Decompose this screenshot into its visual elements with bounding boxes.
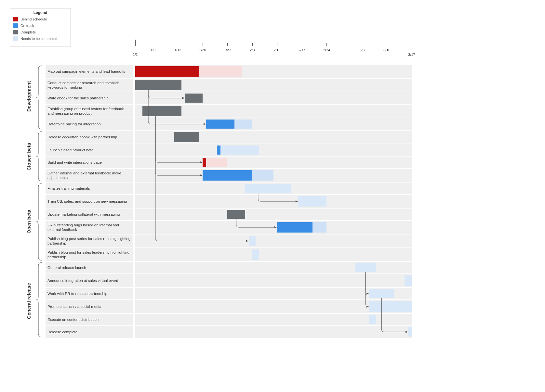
task-label: Determine pricing for integration [46, 118, 133, 130]
task-bar[interactable] [206, 120, 234, 129]
task-label: Fix outstanding bugs based on internal a… [46, 221, 133, 234]
task-bar[interactable] [227, 210, 245, 219]
task-row: Promote launch via social media [46, 300, 412, 313]
axis-tick [178, 43, 178, 46]
task-bar[interactable] [277, 222, 312, 233]
task-label: Update marketing collateral with messagi… [46, 209, 133, 220]
axis-tick-label: 3/17 [408, 53, 415, 57]
task-bar-area [135, 144, 412, 156]
task-label: Launch closed product beta [46, 144, 133, 156]
axis-tick [277, 43, 277, 46]
task-bar[interactable] [174, 132, 199, 142]
task-label: Establish group of trusted testers for f… [46, 105, 133, 118]
task-row: Publish blog post for sales leadership h… [46, 248, 412, 261]
task-bar-area [135, 92, 412, 104]
task-label: General release launch [46, 262, 133, 273]
phase-brace [36, 131, 43, 182]
phase-label: General release [26, 283, 32, 319]
task-bar[interactable] [203, 170, 252, 181]
task-row: Launch closed product beta [46, 144, 412, 156]
axis-tick [362, 43, 362, 46]
task-bar[interactable] [355, 263, 376, 272]
task-bar[interactable] [249, 236, 256, 246]
task-bar[interactable] [135, 66, 199, 77]
task-row: Publish blog post series for sales reps … [46, 234, 412, 247]
axis-tick-label: 3/3 [360, 48, 365, 52]
phase-brace [36, 262, 43, 338]
task-bar-area [135, 105, 412, 118]
axis-tick [227, 43, 228, 46]
task-bar-area [135, 131, 412, 144]
axis-tick [203, 43, 203, 46]
legend-swatch [13, 17, 18, 21]
task-label: Promote launch via social media [46, 300, 133, 313]
axis-tick-label: 2/3 [250, 48, 255, 52]
task-bar[interactable] [135, 80, 181, 90]
task-label: Write ebook for the sales partnership [46, 92, 133, 104]
task-bar[interactable] [185, 94, 203, 103]
task-bar-area [135, 234, 412, 247]
task-row: Release complete [46, 326, 412, 338]
task-bar-area [135, 79, 412, 92]
task-bar[interactable] [408, 327, 412, 336]
task-bar[interactable] [369, 301, 412, 312]
phase-brace [36, 65, 43, 130]
task-label: Publish blog post for sales leadership h… [46, 248, 133, 261]
task-bar[interactable] [234, 120, 252, 129]
task-bar-area [135, 169, 412, 182]
axis-tick-label: 3/10 [383, 48, 390, 52]
legend-swatch [13, 36, 18, 41]
axis-tick [387, 43, 387, 46]
legend-item: Complete [13, 30, 68, 34]
task-bar-area [135, 314, 412, 325]
axis-tick-label: 1/6 [151, 48, 155, 52]
task-bar[interactable] [203, 158, 206, 167]
task-row: Build and write integrations page [46, 157, 412, 168]
task-row: Determine pricing for integration [46, 118, 412, 130]
task-bar[interactable] [369, 289, 394, 298]
task-bar[interactable] [405, 275, 412, 286]
legend-item: Behind schedule [13, 17, 68, 21]
legend-label: Behind schedule [20, 17, 47, 21]
task-bar[interactable] [217, 145, 220, 155]
task-bar-area [135, 248, 412, 261]
axis-tick-label: 2/24 [323, 48, 330, 52]
task-bar[interactable] [142, 106, 181, 116]
phase-brace [36, 183, 43, 261]
task-row: Train CS, sales, and support on new mess… [46, 195, 412, 208]
legend-swatch [13, 23, 18, 28]
task-bar-area [135, 326, 412, 338]
legend-item: On track [13, 23, 68, 28]
task-bar[interactable] [245, 184, 291, 193]
task-row: Release co-written ebook with partnershi… [46, 131, 412, 144]
legend-label: Needs to be completed [20, 37, 57, 41]
axis-tick [412, 40, 412, 46]
axis-tick-label: 2/10 [273, 48, 280, 52]
task-row: Execute on content distribution [46, 314, 412, 325]
axis-line [135, 43, 412, 43]
task-bar[interactable] [312, 222, 327, 233]
task-bar[interactable] [252, 249, 259, 260]
task-label: Build and write integrations page [46, 157, 133, 168]
task-bar-area [135, 288, 412, 299]
axis-tick-label: 1/27 [224, 48, 231, 52]
task-row: Map out campagin elements and lead hando… [46, 65, 412, 78]
axis-tick [302, 43, 302, 46]
task-bar-area [135, 183, 412, 194]
phase-label: Development [26, 81, 32, 112]
timeline-axis: 1/11/61/131/201/272/32/102/172/243/33/10… [135, 38, 412, 58]
task-label: Announce integration at sales virtual ev… [46, 274, 133, 287]
task-bar[interactable] [298, 196, 326, 207]
task-bar[interactable] [199, 66, 242, 77]
task-bar-area [135, 221, 412, 234]
task-label: Release co-written ebook with partnershi… [46, 131, 133, 144]
task-label: Finalize training materials [46, 183, 133, 194]
task-label: Train CS, sales, and support on new mess… [46, 195, 133, 208]
task-bar[interactable] [369, 315, 376, 324]
gantt-rows: Map out campagin elements and lead hando… [46, 65, 412, 338]
task-bar[interactable] [206, 158, 227, 167]
task-bar[interactable] [220, 145, 259, 155]
task-bar-area [135, 274, 412, 287]
task-bar[interactable] [252, 170, 273, 181]
task-bar-area [135, 195, 412, 208]
